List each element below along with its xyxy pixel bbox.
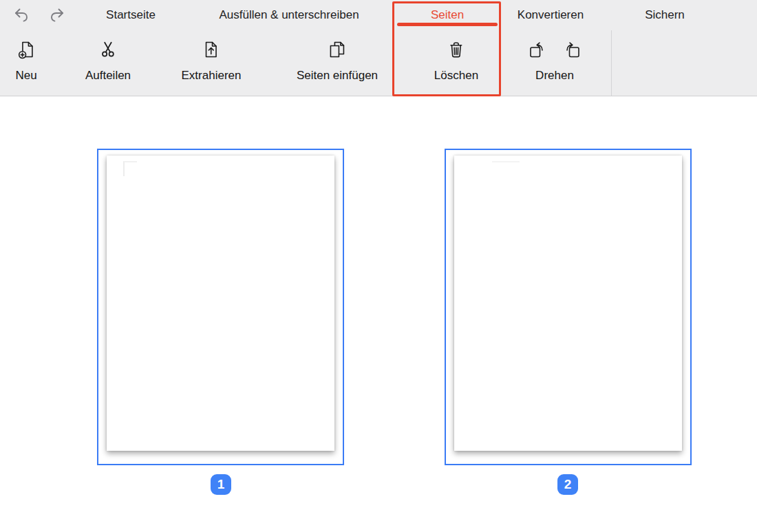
active-tab-indicator bbox=[397, 23, 498, 26]
page-sheet-1 bbox=[107, 156, 334, 451]
tab-sichern[interactable]: Sichern bbox=[645, 0, 685, 30]
undo-icon[interactable] bbox=[12, 6, 30, 24]
toolbar-button-seiten-einfuegen[interactable]: Seiten einfügen bbox=[297, 37, 378, 83]
page-content-faint-mark bbox=[123, 161, 137, 176]
redo-icon[interactable] bbox=[48, 6, 66, 24]
new-document-icon bbox=[17, 37, 36, 62]
tab-startseite[interactable]: Startseite bbox=[106, 0, 156, 30]
extract-document-icon bbox=[202, 37, 221, 62]
toolbar-label-drehen: Drehen bbox=[535, 69, 574, 83]
toolbar-group-divider bbox=[611, 30, 612, 96]
page-sheet-2 bbox=[454, 156, 682, 451]
toolbar-button-neu[interactable]: Neu bbox=[15, 37, 36, 83]
rotate-left-icon bbox=[528, 41, 547, 59]
toolbar-button-drehen[interactable]: Drehen bbox=[528, 37, 582, 83]
toolbar-button-aufteilen[interactable]: Aufteilen bbox=[85, 37, 131, 83]
toolbar-button-loeschen[interactable]: Löschen bbox=[434, 37, 478, 83]
scissors-icon bbox=[99, 37, 117, 62]
tab-ausfuellen-unterschreiben[interactable]: Ausfüllen & unterschreiben bbox=[219, 0, 359, 30]
page-content-faint-line bbox=[492, 161, 520, 162]
pages-toolbar: Neu Aufteilen Extrahieren bbox=[0, 30, 757, 96]
toolbar-label-extrahieren: Extrahieren bbox=[182, 69, 242, 83]
toolbar-label-aufteilen: Aufteilen bbox=[85, 69, 131, 83]
page-number-badge-1: 1 bbox=[211, 474, 231, 495]
toolbar-label-neu: Neu bbox=[15, 69, 36, 83]
toolbar-button-extrahieren[interactable]: Extrahieren bbox=[182, 37, 242, 83]
page-number-badge-2: 2 bbox=[557, 474, 578, 495]
toolbar-label-loeschen: Löschen bbox=[434, 69, 478, 83]
insert-pages-icon bbox=[328, 37, 347, 62]
page-thumbnail-2[interactable] bbox=[445, 149, 692, 465]
page-thumbnail-1[interactable] bbox=[97, 149, 344, 465]
trash-icon bbox=[447, 37, 466, 62]
tab-konvertieren[interactable]: Konvertieren bbox=[518, 0, 584, 30]
rotate-right-icon bbox=[562, 41, 582, 59]
toolbar-label-seiten-einfuegen: Seiten einfügen bbox=[297, 69, 378, 83]
tab-bar: Startseite Ausfüllen & unterschreiben Se… bbox=[0, 0, 757, 31]
